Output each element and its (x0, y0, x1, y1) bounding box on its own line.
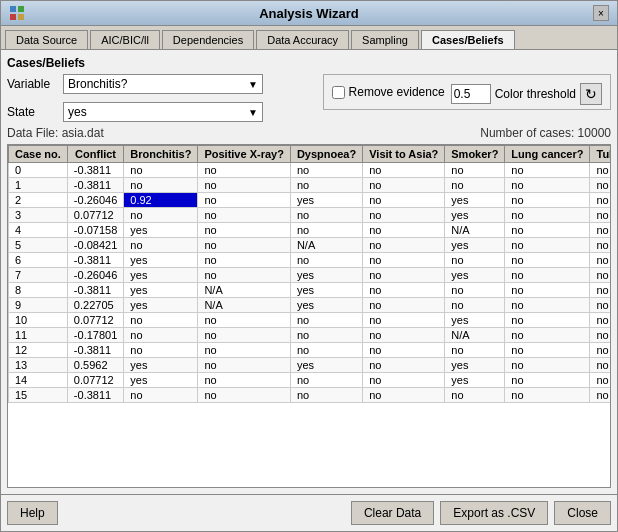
table-cell: no (505, 373, 590, 388)
table-row[interactable]: 7-0.26046yesnoyesnoyesnono (9, 268, 612, 283)
table-cell: 0.92 (124, 193, 198, 208)
table-cell: 6 (9, 253, 68, 268)
table-cell: yes (124, 223, 198, 238)
table-row[interactable]: 6-0.3811yesnononononono (9, 253, 612, 268)
table-cell: -0.17801 (67, 328, 123, 343)
table-cell: yes (124, 358, 198, 373)
table-cell: no (590, 358, 611, 373)
column-header: Case no. (9, 146, 68, 163)
help-button[interactable]: Help (7, 501, 58, 525)
tab-data-accuracy[interactable]: Data Accuracy (256, 30, 349, 49)
table-cell: -0.3811 (67, 388, 123, 403)
color-threshold-value: 0.5 (454, 87, 471, 101)
remove-evidence-checkbox[interactable] (332, 86, 345, 99)
column-header: Positive X-ray? (198, 146, 290, 163)
table-cell: no (290, 313, 362, 328)
table-cell: no (445, 178, 505, 193)
table-cell: -0.3811 (67, 178, 123, 193)
table-row[interactable]: 12-0.3811nonononononono (9, 343, 612, 358)
table-cell: no (505, 208, 590, 223)
table-row[interactable]: 100.07712nonononoyesnono (9, 313, 612, 328)
table-cell: yes (445, 373, 505, 388)
color-threshold-spinner[interactable]: 0.5 (451, 84, 491, 104)
table-row[interactable]: 4-0.07158yesnononoN/Anono (9, 223, 612, 238)
table-row[interactable]: 15-0.3811nonononononono (9, 388, 612, 403)
table-row[interactable]: 30.07712nonononoyesnono (9, 208, 612, 223)
table-cell: no (124, 388, 198, 403)
table-cell: 13 (9, 358, 68, 373)
table-cell: no (363, 163, 445, 178)
table-row[interactable]: 5-0.08421nonoN/Anoyesnono (9, 238, 612, 253)
table-cell: no (198, 208, 290, 223)
table-cell: no (505, 388, 590, 403)
table-cell: no (198, 358, 290, 373)
table-cell: no (505, 343, 590, 358)
table-cell: no (198, 178, 290, 193)
export-csv-button[interactable]: Export as .CSV (440, 501, 548, 525)
table-cell: no (124, 208, 198, 223)
table-cell: no (290, 343, 362, 358)
main-content: Cases/Beliefs Variable Bronchitis? ▼ Sta… (1, 50, 617, 494)
table-cell: 5 (9, 238, 68, 253)
file-info: Data File: asia.dat Number of cases: 100… (7, 126, 611, 140)
table-cell: no (363, 238, 445, 253)
table-cell: no (363, 343, 445, 358)
table-cell: no (124, 178, 198, 193)
table-cell: no (590, 328, 611, 343)
table-cell: yes (445, 208, 505, 223)
table-cell: 14 (9, 373, 68, 388)
table-cell: yes (124, 298, 198, 313)
table-row[interactable]: 140.07712yesnononoyesnono (9, 373, 612, 388)
table-cell: no (445, 388, 505, 403)
table-cell: N/A (445, 328, 505, 343)
table-cell: no (363, 268, 445, 283)
table-cell: 7 (9, 268, 68, 283)
table-cell: no (363, 358, 445, 373)
file-label: Data File: asia.dat (7, 126, 104, 140)
state-label: State (7, 105, 57, 119)
tab-aic-bic[interactable]: AIC/BIC/ll (90, 30, 160, 49)
state-combo[interactable]: yes ▼ (63, 102, 263, 122)
table-cell: 2 (9, 193, 68, 208)
table-cell: no (124, 313, 198, 328)
table-cell: no (590, 208, 611, 223)
tab-cases-beliefs[interactable]: Cases/Beliefs (421, 30, 515, 49)
table-cell: N/A (290, 238, 362, 253)
table-cell: yes (124, 253, 198, 268)
variable-combo-arrow: ▼ (248, 79, 258, 90)
table-row[interactable]: 2-0.260460.92noyesnoyesnono (9, 193, 612, 208)
table-row[interactable]: 90.22705yesN/Ayesnononono (9, 298, 612, 313)
table-cell: yes (445, 268, 505, 283)
table-cell: yes (290, 193, 362, 208)
svg-rect-0 (10, 6, 16, 12)
variable-label: Variable (7, 77, 57, 91)
top-controls: Variable Bronchitis? ▼ State yes ▼ (7, 74, 611, 126)
variable-combo[interactable]: Bronchitis? ▼ (63, 74, 263, 94)
tab-data-source[interactable]: Data Source (5, 30, 88, 49)
table-cell: 8 (9, 283, 68, 298)
table-cell: no (505, 283, 590, 298)
tab-sampling[interactable]: Sampling (351, 30, 419, 49)
column-header: Lung cancer? (505, 146, 590, 163)
refresh-button[interactable]: ↻ (580, 83, 602, 105)
table-row[interactable]: 11-0.17801nonononoN/Anono (9, 328, 612, 343)
table-cell: no (445, 298, 505, 313)
clear-data-button[interactable]: Clear Data (351, 501, 434, 525)
table-row[interactable]: 8-0.3811yesN/Ayesnononono (9, 283, 612, 298)
tab-dependencies[interactable]: Dependencies (162, 30, 254, 49)
table-cell: 0.5962 (67, 358, 123, 373)
table-cell: no (590, 373, 611, 388)
table-cell: no (198, 313, 290, 328)
table-cell: no (590, 178, 611, 193)
data-table-container[interactable]: Case no.ConflictBronchitis?Positive X-ra… (7, 144, 611, 488)
table-cell: 0.07712 (67, 373, 123, 388)
table-cell: yes (290, 268, 362, 283)
table-cell: no (445, 283, 505, 298)
table-cell: 1 (9, 178, 68, 193)
close-button[interactable]: Close (554, 501, 611, 525)
table-row[interactable]: 130.5962yesnoyesnoyesnono (9, 358, 612, 373)
close-window-button[interactable]: × (593, 5, 609, 21)
table-row[interactable]: 1-0.3811nonononononono (9, 178, 612, 193)
table-row[interactable]: 0-0.3811nonononononono (9, 163, 612, 178)
table-cell: no (590, 268, 611, 283)
